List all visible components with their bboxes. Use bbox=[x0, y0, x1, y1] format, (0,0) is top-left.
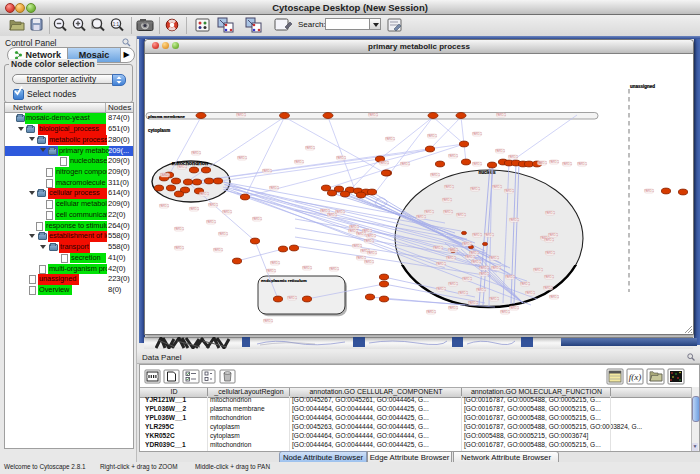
svg-text:YBR1C: YBR1C bbox=[520, 282, 530, 286]
svg-text:YBR1C: YBR1C bbox=[379, 161, 389, 165]
svg-text:YBR1C: YBR1C bbox=[263, 319, 273, 323]
svg-text:YBR1C: YBR1C bbox=[448, 306, 458, 310]
svg-text:YBR1C: YBR1C bbox=[472, 132, 482, 136]
svg-text:YBR1C: YBR1C bbox=[533, 268, 543, 272]
svg-text:YBR1C: YBR1C bbox=[364, 260, 374, 264]
svg-text:YBR1C: YBR1C bbox=[174, 246, 184, 250]
svg-text:YBR1C: YBR1C bbox=[443, 210, 453, 214]
svg-text:YBR1C: YBR1C bbox=[236, 113, 246, 117]
svg-text:YBR1C: YBR1C bbox=[508, 155, 518, 159]
svg-text:YBR1C: YBR1C bbox=[496, 113, 506, 117]
svg-text:YBR1C: YBR1C bbox=[484, 233, 494, 237]
svg-text:YBR1C: YBR1C bbox=[222, 210, 232, 214]
svg-text:YBR1C: YBR1C bbox=[336, 156, 346, 160]
svg-text:YBR1C: YBR1C bbox=[472, 233, 482, 237]
svg-text:YBR1C: YBR1C bbox=[442, 198, 452, 202]
svg-text:YBR1C: YBR1C bbox=[305, 146, 315, 150]
svg-text:YBR1C: YBR1C bbox=[509, 306, 519, 310]
svg-text:YBR1C: YBR1C bbox=[505, 275, 515, 279]
svg-text:YBR1C: YBR1C bbox=[327, 213, 337, 217]
svg-text:YBR1C: YBR1C bbox=[470, 187, 480, 191]
svg-text:YBR1C: YBR1C bbox=[287, 296, 297, 300]
svg-text:YBR1C: YBR1C bbox=[577, 162, 587, 166]
svg-text:YBR1C: YBR1C bbox=[491, 266, 501, 270]
svg-text:YBR1C: YBR1C bbox=[189, 207, 199, 211]
svg-text:YBR1C: YBR1C bbox=[269, 186, 279, 190]
svg-text:YBR1C: YBR1C bbox=[266, 269, 276, 273]
svg-text:YBR1C: YBR1C bbox=[364, 239, 374, 243]
svg-text:YBR1C: YBR1C bbox=[302, 266, 312, 270]
svg-text:YBR1C: YBR1C bbox=[385, 137, 395, 141]
svg-text:YBR1C: YBR1C bbox=[174, 227, 184, 231]
svg-text:YBR1C: YBR1C bbox=[500, 310, 510, 314]
svg-text:YBR1C: YBR1C bbox=[356, 232, 366, 236]
svg-text:YBR1C: YBR1C bbox=[543, 286, 553, 290]
svg-text:YBR1C: YBR1C bbox=[462, 242, 472, 246]
svg-text:plasma membrane: plasma membrane bbox=[148, 114, 185, 119]
svg-text:YBR1C: YBR1C bbox=[436, 287, 446, 291]
svg-text:YBR1C: YBR1C bbox=[206, 220, 216, 224]
svg-text:YBR1C: YBR1C bbox=[400, 162, 410, 166]
svg-text:YBR1C: YBR1C bbox=[208, 203, 218, 207]
svg-text:YBR1C: YBR1C bbox=[489, 297, 499, 301]
svg-text:YBR1C: YBR1C bbox=[367, 251, 377, 255]
svg-text:YBR1C: YBR1C bbox=[368, 113, 378, 117]
svg-text:YBR1C: YBR1C bbox=[644, 189, 654, 193]
svg-text:YBR1C: YBR1C bbox=[458, 291, 468, 295]
svg-text:YBR1C: YBR1C bbox=[471, 260, 481, 264]
svg-text:YBR1C: YBR1C bbox=[448, 154, 458, 158]
svg-text:YBR1C: YBR1C bbox=[544, 238, 554, 242]
svg-text:YBR1C: YBR1C bbox=[562, 162, 572, 166]
svg-text:YBR1C: YBR1C bbox=[252, 217, 262, 221]
svg-text:YBR1C: YBR1C bbox=[237, 156, 247, 160]
svg-text:1:1: 1:1 bbox=[113, 22, 120, 27]
svg-text:YBR1C: YBR1C bbox=[199, 192, 209, 196]
svg-text:YBR1C: YBR1C bbox=[416, 215, 426, 219]
svg-text:YBR1C: YBR1C bbox=[352, 244, 362, 248]
svg-text:nucleus: nucleus bbox=[478, 170, 496, 175]
svg-text:YBR1C: YBR1C bbox=[366, 234, 376, 238]
svg-text:cytoplasm: cytoplasm bbox=[148, 128, 170, 133]
svg-text:YBR1C: YBR1C bbox=[549, 160, 559, 164]
svg-text:YBR1C: YBR1C bbox=[177, 165, 187, 169]
svg-text:YBR1C: YBR1C bbox=[549, 295, 559, 299]
svg-text:YBR1C: YBR1C bbox=[426, 310, 436, 314]
svg-text:YBR1C: YBR1C bbox=[448, 248, 458, 252]
svg-text:YBR1C: YBR1C bbox=[444, 185, 454, 189]
svg-text:YBR1C: YBR1C bbox=[294, 160, 304, 164]
svg-text:YBR1C: YBR1C bbox=[218, 232, 228, 236]
svg-text:YBR1C: YBR1C bbox=[545, 211, 555, 215]
svg-text:YBR1C: YBR1C bbox=[456, 213, 466, 217]
svg-text:YBR1C: YBR1C bbox=[191, 151, 201, 155]
svg-text:YBR1C: YBR1C bbox=[492, 185, 502, 189]
svg-text:YBR1C: YBR1C bbox=[548, 233, 558, 237]
svg-text:YBR1C: YBR1C bbox=[436, 262, 446, 266]
svg-text:YBR1C: YBR1C bbox=[424, 210, 434, 214]
svg-text:YBR1C: YBR1C bbox=[476, 288, 486, 292]
svg-text:YBR1C: YBR1C bbox=[430, 173, 440, 177]
svg-text:YBR1C: YBR1C bbox=[433, 246, 443, 250]
svg-text:YBR1C: YBR1C bbox=[468, 301, 478, 305]
svg-text:YBR1C: YBR1C bbox=[427, 134, 437, 138]
svg-text:YBR1C: YBR1C bbox=[159, 204, 169, 208]
svg-text:YBR1C: YBR1C bbox=[495, 149, 505, 153]
svg-text:YBR1C: YBR1C bbox=[446, 256, 456, 260]
svg-text:endoplasmic reticulum: endoplasmic reticulum bbox=[261, 278, 307, 283]
svg-text:unassigned: unassigned bbox=[630, 84, 655, 89]
svg-text:YBR1C: YBR1C bbox=[479, 272, 489, 276]
svg-text:YBR1C: YBR1C bbox=[213, 248, 223, 252]
svg-text:YBR1C: YBR1C bbox=[525, 291, 535, 295]
svg-text:YBR1C: YBR1C bbox=[545, 251, 555, 255]
svg-text:YBR1C: YBR1C bbox=[329, 267, 339, 271]
svg-text:YBR1C: YBR1C bbox=[270, 261, 280, 265]
svg-text:YBR1C: YBR1C bbox=[504, 189, 514, 193]
svg-text:YBR1C: YBR1C bbox=[509, 218, 519, 222]
svg-text:YBR1C: YBR1C bbox=[544, 275, 554, 279]
svg-text:f(x): f(x) bbox=[629, 372, 642, 382]
svg-text:YBR1C: YBR1C bbox=[465, 255, 475, 259]
svg-text:YBR1C: YBR1C bbox=[160, 173, 170, 177]
svg-text:YBR1C: YBR1C bbox=[479, 266, 489, 270]
svg-text:YBR1C: YBR1C bbox=[472, 162, 482, 166]
svg-text:YBR1C: YBR1C bbox=[462, 277, 472, 281]
svg-text:YBR1C: YBR1C bbox=[537, 161, 547, 165]
